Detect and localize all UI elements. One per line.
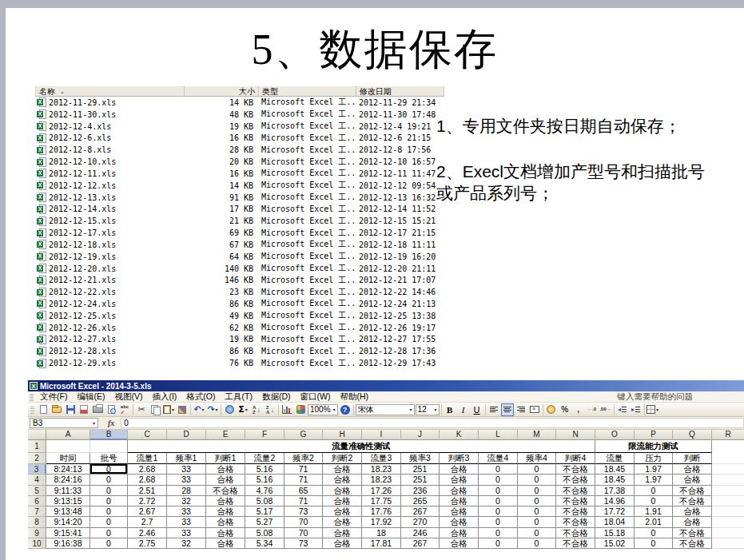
sheet-cell[interactable]: 18 xyxy=(362,528,401,538)
sheet-cell[interactable]: 32 xyxy=(167,538,206,549)
header-cell[interactable]: 判断4 xyxy=(556,453,595,464)
sheet-cell[interactable]: 17.75 xyxy=(362,496,401,506)
sheet-cell[interactable]: 246 xyxy=(401,528,440,538)
sheet-cell[interactable]: 9:13:15 xyxy=(46,496,90,506)
sheet-cell[interactable]: 合格 xyxy=(323,538,362,549)
sheet-cell[interactable]: 2.67 xyxy=(128,506,167,517)
increase-indent-button[interactable] xyxy=(630,403,643,416)
print-button[interactable] xyxy=(91,403,104,416)
row-number[interactable]: 6 xyxy=(28,496,46,506)
menu-item[interactable]: 窗口(W) xyxy=(296,391,336,403)
sheet-cell[interactable]: 0 xyxy=(518,506,556,517)
spelling-button[interactable]: abc✓ xyxy=(118,403,131,416)
sheet-cell[interactable]: 2.68 xyxy=(128,475,167,485)
sheet-cell[interactable]: 33 xyxy=(167,517,206,527)
file-row[interactable]: X 2012-12-19.xls 64 KB Microsoft Excel 工… xyxy=(35,251,444,263)
sheet-cell[interactable]: 270 xyxy=(401,517,440,527)
sheet-cell[interactable]: 0 xyxy=(518,496,556,506)
column-letter[interactable]: G xyxy=(284,430,323,440)
sheet-cell[interactable]: 合格 xyxy=(323,528,362,538)
cell-B1[interactable] xyxy=(90,440,128,453)
sheet-cell[interactable]: 0 xyxy=(479,517,518,527)
sheet-cell[interactable]: 合格 xyxy=(440,538,479,549)
sheet-cell[interactable]: 不合格 xyxy=(556,464,595,475)
header-cell[interactable]: 流量1 xyxy=(128,453,167,464)
align-left-button[interactable] xyxy=(487,403,500,416)
file-row[interactable]: X 2012-12-11.xls 16 KB Microsoft Excel 工… xyxy=(35,168,444,180)
select-all-corner[interactable] xyxy=(28,430,46,440)
sheet-cell[interactable]: 不合格 xyxy=(673,486,712,496)
menu-item[interactable]: 工具(T) xyxy=(221,391,257,403)
row-number[interactable]: 10 xyxy=(28,538,46,549)
bold-button[interactable]: B xyxy=(444,403,456,416)
hyperlink-button[interactable] xyxy=(223,403,236,416)
sheet-cell[interactable]: 9:15:41 xyxy=(46,528,90,538)
file-row[interactable]: X 2012-12-17.xls 69 KB Microsoft Excel 工… xyxy=(35,227,444,239)
sheet-cell[interactable]: 合格 xyxy=(673,517,712,527)
file-row[interactable]: X 2012-12-21.xls 146 KB Microsoft Excel … xyxy=(35,274,444,286)
sheet-cell[interactable]: 合格 xyxy=(440,496,479,506)
sheet-cell[interactable]: 5.17 xyxy=(245,506,284,517)
sheet-cell[interactable]: 17.26 xyxy=(362,486,401,496)
column-letter[interactable]: N xyxy=(556,430,595,440)
sheet-cell[interactable]: 0 xyxy=(479,486,518,496)
sheet-cell[interactable]: 33 xyxy=(167,506,206,517)
sheet-cell[interactable]: 0 xyxy=(90,486,128,496)
sheet-cell[interactable]: 合格 xyxy=(440,528,479,538)
sheet-cell[interactable]: 251 xyxy=(401,464,440,475)
autosum-button[interactable]: Σ▾ xyxy=(237,403,249,416)
row-number[interactable]: 8 xyxy=(28,517,46,527)
sheet-cell[interactable]: 合格 xyxy=(673,464,712,475)
menu-item[interactable]: 格式(O) xyxy=(181,391,220,403)
sheet-cell[interactable]: 不合格 xyxy=(556,475,595,485)
header-cell[interactable]: 压力 xyxy=(635,453,673,464)
file-row[interactable]: X 2012-12-26.xls 62 KB Microsoft Excel 工… xyxy=(35,322,444,334)
sheet-cell[interactable]: 0 xyxy=(479,506,518,517)
print-preview-button[interactable] xyxy=(105,403,117,416)
file-row[interactable]: X 2012-12-13.xls 91 KB Microsoft Excel 工… xyxy=(35,192,444,204)
column-letter[interactable]: Q xyxy=(673,430,712,440)
sheet-cell[interactable]: 合格 xyxy=(673,506,712,517)
column-letter[interactable]: R xyxy=(712,430,744,440)
sheet-cell[interactable]: 9:13:48 xyxy=(46,506,90,517)
sheet-cell[interactable]: 267 xyxy=(401,506,440,517)
row-number[interactable]: 4 xyxy=(28,475,46,485)
sheet-cell[interactable]: 合格 xyxy=(323,517,362,527)
header-cell[interactable]: 流量3 xyxy=(362,453,401,464)
merged-header-limit-test[interactable]: 限流能力测试 xyxy=(595,440,712,453)
sheet-cell[interactable]: 18.45 xyxy=(595,464,635,475)
sheet-cell[interactable]: 0 xyxy=(518,528,556,538)
formula-input[interactable]: 0 xyxy=(121,418,744,428)
file-row[interactable]: X 2012-12-12.xls 14 KB Microsoft Excel 工… xyxy=(35,180,444,192)
sheet-cell[interactable]: 合格 xyxy=(206,528,245,538)
sheet-cell[interactable]: 0 xyxy=(90,517,128,527)
sheet-cell[interactable]: 0 xyxy=(635,486,673,496)
font-size-select[interactable]: 12▾ xyxy=(416,404,440,415)
sheet-cell[interactable]: 18.45 xyxy=(595,475,635,485)
column-header-size[interactable]: 大小 xyxy=(185,86,259,97)
sheet-cell[interactable]: 合格 xyxy=(206,506,245,517)
sheet-cell[interactable]: 33 xyxy=(167,528,206,538)
file-row[interactable]: X 2012-12-29.xls 76 KB Microsoft Excel 工… xyxy=(35,357,444,369)
header-cell[interactable]: 时间 xyxy=(46,453,90,464)
italic-button[interactable]: I xyxy=(457,403,470,416)
file-row[interactable]: X 2012-11-29.xls 14 KB Microsoft Excel 工… xyxy=(35,97,444,109)
menu-item[interactable]: 编辑(E) xyxy=(72,391,109,403)
sheet-cell[interactable]: 0 xyxy=(90,538,128,549)
sheet-cell[interactable]: 65 xyxy=(284,486,323,496)
sheet-cell[interactable]: 15.18 xyxy=(595,528,635,538)
cell-A1[interactable] xyxy=(46,440,90,453)
name-box-dropdown-icon[interactable]: ▾ xyxy=(93,420,95,426)
header-cell[interactable]: 频率3 xyxy=(401,453,440,464)
sheet-cell[interactable]: 5.27 xyxy=(245,517,284,527)
header-cell[interactable]: 频率4 xyxy=(518,453,556,464)
file-row[interactable]: X 2012-12-24.xls 86 KB Microsoft Excel 工… xyxy=(35,298,444,310)
sheet-cell[interactable]: 2.68 xyxy=(128,464,167,475)
sheet-cell[interactable]: 合格 xyxy=(440,506,479,517)
sheet-cell[interactable]: 0 xyxy=(518,464,556,475)
borders-button[interactable]: ▾ xyxy=(647,403,659,416)
borders-dropdown-icon[interactable]: ▾ xyxy=(656,407,658,412)
sheet-cell[interactable]: 17.92 xyxy=(362,517,401,527)
sheet-cell[interactable]: 17.81 xyxy=(362,538,401,549)
decrease-decimal-button[interactable]: .00→ xyxy=(599,403,612,416)
